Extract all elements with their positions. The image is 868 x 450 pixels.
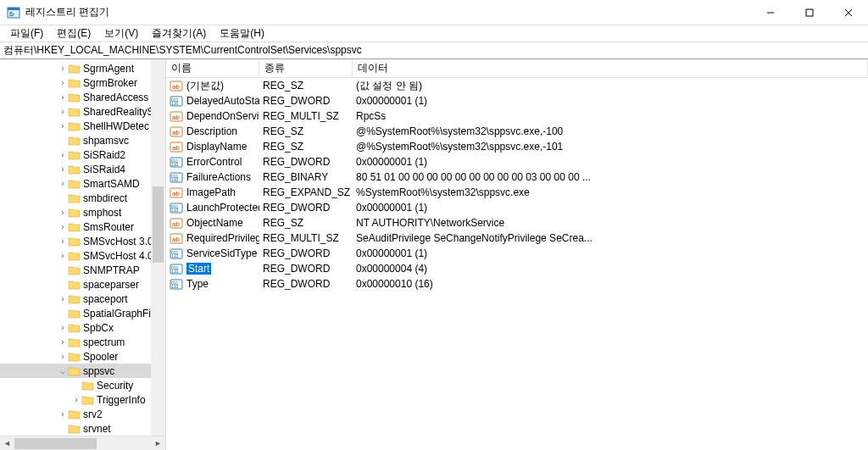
value-row[interactable]: (기본값)REG_SZ(값 설정 안 됨): [166, 78, 868, 93]
tree-item[interactable]: ›Spooler: [0, 349, 165, 364]
value-type: REG_DWORD: [259, 278, 353, 290]
expander-icon[interactable]: ›: [58, 222, 68, 231]
expander-icon[interactable]: ›: [58, 92, 68, 102]
expander-icon[interactable]: ›: [58, 150, 68, 159]
folder-icon: [68, 106, 81, 118]
scroll-left-icon[interactable]: ◄: [0, 436, 14, 451]
tree-item[interactable]: SpatialGraphFi: [0, 306, 165, 320]
expander-icon[interactable]: ›: [58, 352, 68, 361]
tree-item-label: SMSvcHost 4.0: [83, 250, 153, 262]
value-row[interactable]: ServiceSidTypeREG_DWORD0x00000001 (1): [166, 246, 868, 261]
value-list[interactable]: (기본값)REG_SZ(값 설정 안 됨)DelayedAutoStartREG…: [166, 78, 868, 450]
tree-item[interactable]: spaceparser: [0, 277, 165, 292]
value-name: DelayedAutoStart: [186, 95, 259, 107]
value-row[interactable]: FailureActionsREG_BINARY80 51 01 00 00 0…: [166, 169, 868, 185]
folder-icon: [68, 164, 81, 175]
tree-item[interactable]: ›ShellHWDetec: [0, 119, 165, 133]
menu-favorites[interactable]: 즐겨찾기(A): [145, 25, 213, 42]
column-data[interactable]: 데이터: [353, 59, 868, 78]
tree-item[interactable]: ›spectrum: [0, 335, 165, 349]
menubar: 파일(F) 편집(E) 보기(V) 즐겨찾기(A) 도움말(H): [0, 25, 868, 42]
menu-view[interactable]: 보기(V): [97, 25, 145, 42]
tree-item[interactable]: ›spaceport: [0, 292, 165, 306]
expander-icon[interactable]: ›: [71, 395, 81, 404]
binary-value-icon: [170, 202, 183, 214]
value-type: REG_EXPAND_SZ: [259, 186, 353, 198]
value-row[interactable]: ObjectNameREG_SZNT AUTHORITY\NetworkServ…: [166, 215, 868, 231]
expander-icon[interactable]: ›: [58, 179, 68, 188]
tree-hscroll-thumb[interactable]: [14, 438, 97, 449]
tree-item-label: spaceport: [83, 293, 128, 305]
expander-icon[interactable]: ›: [58, 323, 68, 332]
tree-item[interactable]: smbdirect: [0, 191, 165, 205]
tree-item[interactable]: ›smphost: [0, 205, 165, 219]
titlebar: 레지스트리 편집기: [0, 0, 868, 25]
menu-help[interactable]: 도움말(H): [213, 25, 271, 42]
tree-item[interactable]: SNMPTRAP: [0, 263, 165, 277]
value-name: LaunchProtected: [186, 202, 259, 214]
value-row[interactable]: ErrorControlREG_DWORD0x00000001 (1): [166, 154, 868, 169]
tree-item[interactable]: ›SpbCx: [0, 320, 165, 335]
value-row[interactable]: DescriptionREG_SZ@%SystemRoot%\system32\…: [166, 124, 868, 139]
value-row[interactable]: DisplayNameREG_SZ@%SystemRoot%\system32\…: [166, 139, 868, 154]
value-name: ErrorControl: [186, 156, 242, 168]
registry-tree[interactable]: ›SgrmAgent›SgrmBroker›SharedAccess›Share…: [0, 59, 165, 436]
tree-item[interactable]: ›SgrmAgent: [0, 61, 165, 75]
value-row[interactable]: StartREG_DWORD0x00000004 (4): [166, 261, 868, 276]
expander-icon[interactable]: ›: [58, 208, 68, 217]
tree-item[interactable]: ›SmartSAMD: [0, 176, 165, 191]
tree-item[interactable]: ›SiSRaid2: [0, 147, 165, 162]
expander-icon[interactable]: ›: [58, 64, 68, 73]
tree-item[interactable]: ›SMSvcHost 3.0: [0, 234, 165, 248]
scroll-right-icon[interactable]: ►: [151, 436, 165, 451]
tree-item[interactable]: srvnet: [0, 421, 165, 436]
tree-item[interactable]: ›SMSvcHost 4.0: [0, 248, 165, 263]
expander-icon[interactable]: ›: [58, 121, 68, 131]
menu-edit[interactable]: 편집(E): [50, 25, 97, 42]
value-row[interactable]: LaunchProtectedREG_DWORD0x00000001 (1): [166, 200, 868, 215]
value-data: NT AUTHORITY\NetworkService: [353, 217, 868, 229]
expander-icon[interactable]: ›: [58, 164, 68, 174]
folder-icon: [68, 250, 81, 262]
tree-item-label: SmsRouter: [83, 221, 134, 233]
tree-item[interactable]: ›SiSRaid4: [0, 162, 165, 176]
value-row[interactable]: RequiredPrivileg...REG_MULTI_SZSeAuditPr…: [166, 231, 868, 246]
tree-vscroll-thumb[interactable]: [153, 186, 164, 263]
binary-value-icon: [170, 278, 183, 290]
address-bar[interactable]: 컴퓨터\HKEY_LOCAL_MACHINE\SYSTEM\CurrentCon…: [0, 42, 868, 59]
expander-icon[interactable]: ›: [58, 236, 68, 246]
column-type[interactable]: 종류: [259, 59, 353, 78]
expander-icon[interactable]: ›: [58, 251, 68, 260]
tree-hscrollbar[interactable]: ◄ ►: [0, 436, 165, 450]
value-type: REG_DWORD: [259, 202, 353, 214]
value-row[interactable]: TypeREG_DWORD0x00000010 (16): [166, 276, 868, 292]
expander-icon[interactable]: ⌵: [58, 366, 68, 375]
expander-icon[interactable]: ›: [58, 337, 68, 347]
expander-icon[interactable]: ›: [58, 107, 68, 116]
tree-item[interactable]: ›SharedRealityS: [0, 104, 165, 119]
tree-item-label: SharedRealityS: [83, 106, 153, 118]
close-button[interactable]: [829, 0, 868, 25]
expander-icon[interactable]: ›: [58, 294, 68, 303]
value-row[interactable]: ImagePathREG_EXPAND_SZ%SystemRoot%\syste…: [166, 185, 868, 200]
tree-item[interactable]: shpamsvc: [0, 133, 165, 147]
tree-item[interactable]: Security: [0, 378, 165, 392]
tree-item[interactable]: ⌵sppsvc: [0, 364, 165, 378]
value-row[interactable]: DelayedAutoStartREG_DWORD0x00000001 (1): [166, 93, 868, 108]
tree-item[interactable]: ›srv2: [0, 407, 165, 421]
menu-file[interactable]: 파일(F): [3, 25, 50, 42]
tree-item[interactable]: ›TriggerInfo: [0, 392, 165, 407]
value-name: Start: [186, 263, 211, 275]
tree-item[interactable]: ›SharedAccess: [0, 90, 165, 104]
tree-item[interactable]: ›SmsRouter: [0, 219, 165, 234]
tree-item[interactable]: ›SgrmBroker: [0, 75, 165, 90]
minimize-button[interactable]: [751, 0, 790, 25]
expander-icon[interactable]: ›: [58, 409, 68, 419]
binary-value-icon: [170, 171, 183, 183]
expander-icon[interactable]: ›: [58, 78, 68, 87]
value-row[interactable]: DependOnServiceREG_MULTI_SZRpcSs: [166, 108, 868, 124]
tree-item-label: ShellHWDetec: [83, 120, 149, 132]
maximize-button[interactable]: [790, 0, 829, 25]
column-name[interactable]: 이름: [166, 59, 259, 78]
tree-vscrollbar[interactable]: [151, 59, 165, 436]
